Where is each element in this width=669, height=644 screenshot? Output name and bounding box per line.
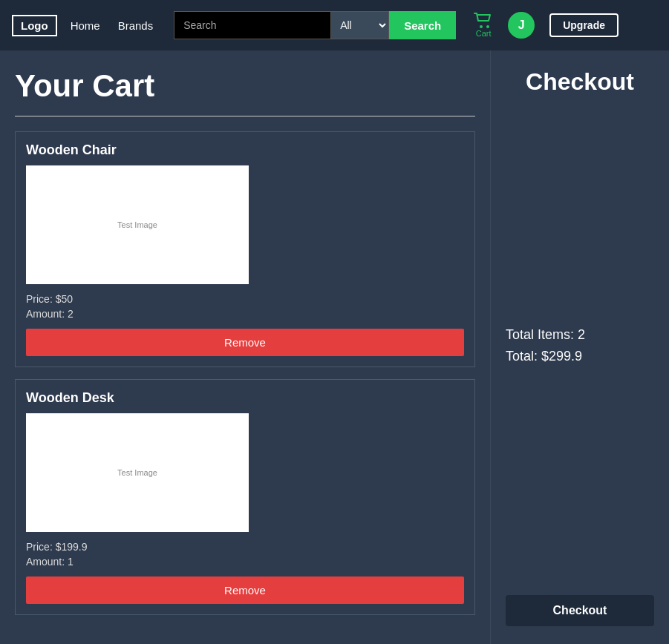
- main-layout: Your Cart Wooden Chair Test Image Price:…: [0, 50, 669, 644]
- svg-point-0: [480, 25, 483, 28]
- right-panel: Checkout Total Items: 2 Total: $299.9 Ch…: [491, 50, 669, 644]
- checkout-title: Checkout: [506, 68, 654, 96]
- total-items-text: Total Items: 2: [506, 327, 654, 343]
- cart-label: Cart: [476, 29, 492, 38]
- remove-button[interactable]: Remove: [26, 576, 464, 604]
- search-button[interactable]: Search: [389, 11, 456, 39]
- cart-item-amount: Amount: 2: [26, 308, 464, 320]
- cart-item-amount: Amount: 1: [26, 556, 464, 568]
- cart-item-price: Price: $50: [26, 293, 464, 305]
- product-image: Test Image: [26, 413, 249, 532]
- cart-icon: [474, 13, 493, 29]
- logo[interactable]: Logo: [12, 15, 57, 36]
- divider: [15, 116, 475, 116]
- avatar[interactable]: J: [508, 12, 535, 39]
- product-image: Test Image: [26, 165, 249, 284]
- navbar: Logo Home Brands All Chairs Desks Search…: [0, 0, 669, 50]
- nav-home[interactable]: Home: [66, 19, 105, 32]
- left-panel: Your Cart Wooden Chair Test Image Price:…: [0, 50, 491, 644]
- page-title: Your Cart: [15, 68, 475, 104]
- cart-item: Wooden Desk Test Image Price: $199.9 Amo…: [15, 379, 475, 615]
- image-placeholder-text: Test Image: [117, 468, 157, 477]
- cart-item-title: Wooden Desk: [26, 390, 464, 406]
- svg-point-1: [486, 25, 489, 28]
- cart-icon-wrapper[interactable]: Cart: [474, 13, 493, 38]
- checkout-button[interactable]: Checkout: [506, 595, 654, 626]
- search-input[interactable]: [174, 11, 330, 39]
- cart-item-title: Wooden Chair: [26, 142, 464, 158]
- upgrade-button[interactable]: Upgrade: [549, 13, 619, 37]
- search-bar: All Chairs Desks Search: [174, 11, 456, 39]
- search-category-select[interactable]: All Chairs Desks: [330, 11, 389, 39]
- nav-brands[interactable]: Brands: [114, 19, 158, 32]
- cart-item: Wooden Chair Test Image Price: $50 Amoun…: [15, 131, 475, 367]
- image-placeholder-text: Test Image: [117, 220, 157, 229]
- checkout-summary: Total Items: 2 Total: $299.9: [506, 327, 654, 364]
- remove-button[interactable]: Remove: [26, 329, 464, 356]
- cart-item-price: Price: $199.9: [26, 541, 464, 553]
- total-text: Total: $299.9: [506, 349, 654, 364]
